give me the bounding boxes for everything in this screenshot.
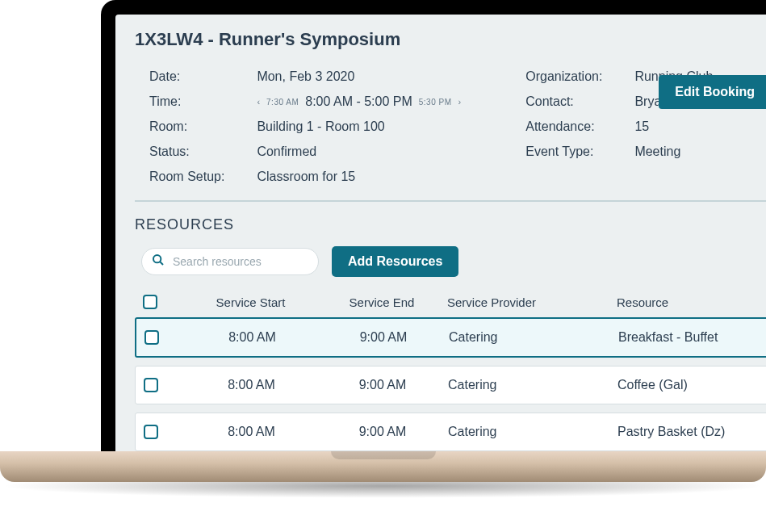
cell-start: 8:00 AM <box>182 330 323 345</box>
table-row[interactable]: 8:00 AM 9:00 AM Catering Coffee (Gal) <box>135 366 766 404</box>
chevron-left-icon[interactable]: ‹ <box>257 97 260 107</box>
label-event-type: Event Type: <box>525 143 602 161</box>
search-resources-wrap[interactable] <box>141 248 319 275</box>
page-title: 1X3LW4 - Runner's Symposium <box>135 29 766 50</box>
value-status: Confirmed <box>257 143 461 161</box>
label-attendance: Attendance: <box>525 118 602 136</box>
search-input[interactable] <box>173 255 305 268</box>
details-labels-right: Organization: Contact: Attendance: Event… <box>525 68 602 186</box>
cell-end: 9:00 AM <box>322 425 443 439</box>
table-row[interactable]: 8:00 AM 9:00 AM Catering Breakfast - Buf… <box>135 317 766 358</box>
laptop-base <box>0 451 766 482</box>
cell-start: 8:00 AM <box>181 378 322 392</box>
value-date: Mon, Feb 3 2020 <box>257 68 461 86</box>
app-screen: 1X3LW4 - Runner's Symposium Date: Time: … <box>115 15 766 452</box>
col-header-provider[interactable]: Service Provider <box>442 295 612 309</box>
add-resources-button[interactable]: Add Resources <box>332 246 458 277</box>
table-header: Service Start Service End Service Provid… <box>135 288 766 317</box>
col-header-resource[interactable]: Resource <box>612 295 766 309</box>
search-icon <box>152 253 165 270</box>
row-checkbox[interactable] <box>144 330 159 345</box>
col-header-end[interactable]: Service End <box>321 295 442 309</box>
row-checkbox[interactable] <box>144 425 158 439</box>
value-event-type: Meeting <box>634 143 713 161</box>
cell-provider: Catering <box>444 330 613 345</box>
cell-resource: Pastry Basket (Dz) <box>613 425 766 439</box>
row-checkbox[interactable] <box>144 378 158 392</box>
label-room: Room: <box>149 118 224 136</box>
table-row[interactable]: 8:00 AM 9:00 AM Catering Pastry Basket (… <box>135 413 766 451</box>
details-values-left: Mon, Feb 3 2020 ‹ 7:30 AM 8:00 AM - 5:00… <box>257 68 461 186</box>
cell-end: 9:00 AM <box>322 378 443 392</box>
chevron-right-icon[interactable]: › <box>458 97 462 107</box>
cell-start: 8:00 AM <box>181 425 322 439</box>
cell-provider: Catering <box>443 378 613 392</box>
value-time: ‹ 7:30 AM 8:00 AM - 5:00 PM 5:30 PM › <box>257 93 461 111</box>
resources-section-title: RESOURCES <box>135 216 766 233</box>
select-all-checkbox[interactable] <box>143 295 157 309</box>
label-room-setup: Room Setup: <box>149 168 224 186</box>
label-time: Time: <box>149 93 224 111</box>
time-pre: 7:30 AM <box>266 98 299 107</box>
label-status: Status: <box>149 143 224 161</box>
time-main: 8:00 AM - 5:00 PM <box>305 94 412 109</box>
time-post: 5:30 PM <box>419 98 452 107</box>
label-organization: Organization: <box>525 68 602 86</box>
value-room: Building 1 - Room 100 <box>257 118 461 136</box>
value-attendance: 15 <box>634 118 713 136</box>
label-contact: Contact: <box>525 93 602 111</box>
edit-booking-button[interactable]: Edit Booking <box>659 75 766 109</box>
cell-resource: Coffee (Gal) <box>613 378 766 392</box>
label-date: Date: <box>149 68 224 86</box>
laptop-frame: 1X3LW4 - Runner's Symposium Date: Time: … <box>101 0 766 452</box>
resource-controls: Add Resources <box>135 246 766 277</box>
edit-booking-wrap: Edit Booking <box>659 75 766 109</box>
section-divider <box>135 200 766 202</box>
col-header-start[interactable]: Service Start <box>180 295 321 309</box>
cell-end: 9:00 AM <box>323 330 444 345</box>
details-labels-left: Date: Time: Room: Status: Room Setup: <box>149 68 224 186</box>
svg-point-0 <box>153 255 161 262</box>
value-room-setup: Classroom for 15 <box>257 168 461 186</box>
svg-line-1 <box>160 262 163 265</box>
cell-resource: Breakfast - Buffet <box>613 330 766 345</box>
cell-provider: Catering <box>443 425 613 439</box>
resources-table: Service Start Service End Service Provid… <box>135 288 766 451</box>
